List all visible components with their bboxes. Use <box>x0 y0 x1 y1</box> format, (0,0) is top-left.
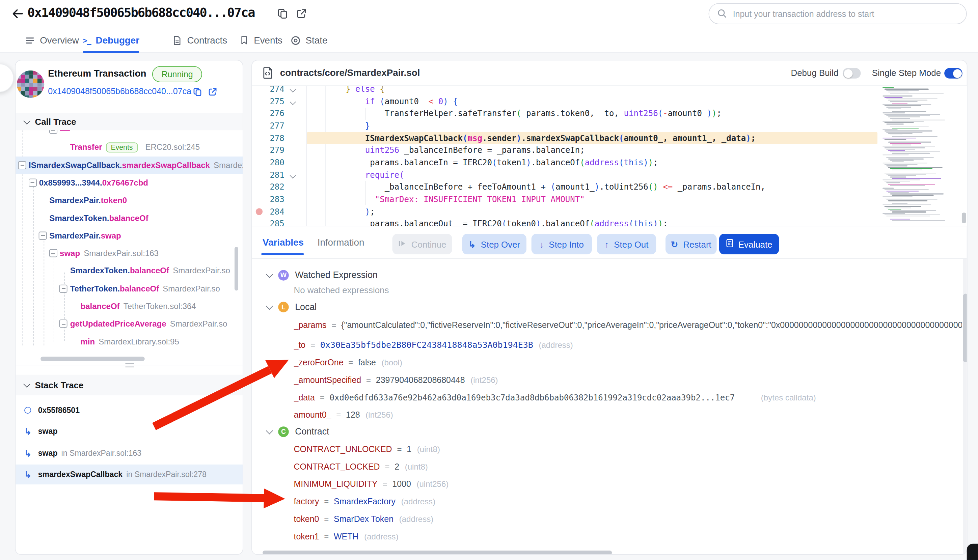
fold-chevron-icon[interactable] <box>290 99 296 105</box>
collapse-expander-icon[interactable] <box>28 178 37 187</box>
single-step-mode-toggle[interactable] <box>944 68 963 78</box>
section-title: Call Trace <box>35 117 76 127</box>
tab-variables[interactable]: Variables <box>262 237 304 247</box>
line-number[interactable]: 283 <box>254 193 284 205</box>
variables-section-w[interactable]: WWatched Expression <box>267 267 378 283</box>
stack-trace-header[interactable]: Stack Trace <box>15 375 243 395</box>
call-trace-row[interactable]: SmardexPair.swap <box>15 227 243 244</box>
line-number[interactable]: 279 <box>254 144 284 157</box>
line-number[interactable]: 281 <box>254 169 284 181</box>
line-number[interactable]: 276 <box>254 108 284 120</box>
line-number[interactable]: 277 <box>254 120 284 132</box>
vertical-scrollbar-thumb[interactable] <box>963 294 968 362</box>
resize-handle[interactable] <box>125 364 134 367</box>
stack-frame-row[interactable]: ↳swap <box>15 422 243 441</box>
call-trace-row[interactable]: SmardexToken.balanceOfSmardexPair.so <box>15 262 243 280</box>
tab-information[interactable]: Information <box>317 237 364 247</box>
code-scrollbar-thumb[interactable] <box>962 213 966 223</box>
call-trace-row[interactable]: 0x859993...3944.0x76467cbd <box>15 174 243 191</box>
button-label: Restart <box>683 239 711 249</box>
variable-name: token1 <box>294 532 319 541</box>
variables-section-contract[interactable]: CContract <box>267 423 329 440</box>
stack-frame-row[interactable]: ↳swapin SmardexPair.sol:163 <box>15 443 243 463</box>
step-out-button[interactable]: ↑Step Out <box>597 234 656 254</box>
fold-chevron-icon[interactable] <box>290 172 296 178</box>
variable-value: SmarDex Token <box>334 514 394 523</box>
call-trace-row[interactable]: SmardexPair.token0 <box>15 192 243 209</box>
search-box[interactable] <box>709 3 967 24</box>
collapse-expander-icon[interactable] <box>59 320 67 328</box>
collapse-expander-icon[interactable] <box>39 232 47 240</box>
horizontal-scrollbar-thumb[interactable] <box>40 357 145 361</box>
fold-chevron-icon[interactable] <box>290 87 296 92</box>
copy-icon[interactable] <box>193 87 202 97</box>
call-trace-row[interactable]: balanceOfTetherToken.sol:364 <box>15 298 243 315</box>
equals-sign: = <box>324 514 329 523</box>
external-link-icon[interactable] <box>295 8 307 19</box>
step-over-button[interactable]: ↳Step Over <box>462 234 526 254</box>
equals-sign: = <box>320 392 325 402</box>
call-trace-tree: TransferEventsERC20.sol:245ISmardexSwapC… <box>15 130 243 356</box>
variable-value: {"amountCalculated":0,"fictiveReserveIn"… <box>341 320 962 330</box>
step-into-button[interactable]: ↓Step Into <box>532 234 592 254</box>
line-number[interactable]: 275 <box>254 95 284 107</box>
copy-icon[interactable] <box>277 8 288 19</box>
variable-type: (uint8) <box>405 462 428 471</box>
evaluate-button[interactable]: Evaluate <box>719 234 779 254</box>
code-text: ISmardexSwapCallback(msg.sender).smardex… <box>345 132 756 144</box>
call-trace-row[interactable]: minSmardexLibrary.sol:95 <box>15 333 243 350</box>
tab-events[interactable]: Events <box>240 28 282 52</box>
stack-frame-row[interactable]: ↳smardexSwapCallbackin SmardexPair.sol:2… <box>15 465 243 485</box>
collapse-expander-icon[interactable] <box>59 284 67 292</box>
corner-widget[interactable] <box>967 544 978 560</box>
call-trace-row[interactable]: SmardexToken.balanceOf <box>15 209 243 227</box>
floating-widget[interactable] <box>0 64 14 92</box>
section-badge: C <box>278 426 289 437</box>
equals-sign: = <box>310 340 315 350</box>
tab-debugger[interactable]: >_Debugger <box>83 28 139 52</box>
code-line: 280 _params.balanceIn = IERC20(token1).b… <box>252 157 878 169</box>
restart-button[interactable]: ↻Restart <box>666 234 717 254</box>
line-number[interactable]: 282 <box>254 181 284 193</box>
tab-overview[interactable]: Overview <box>25 28 79 52</box>
line-number[interactable]: 280 <box>254 157 284 169</box>
section-title: Stack Trace <box>35 380 83 390</box>
call-trace-row[interactable]: getUpdatedPriceAverageSmardexPair.so <box>15 315 243 333</box>
chevron-down-icon <box>23 380 30 388</box>
code-text: } <box>345 120 370 132</box>
tab-state[interactable]: State <box>290 28 327 52</box>
status-badge: Running <box>152 66 202 82</box>
collapse-expander-icon[interactable] <box>49 130 57 133</box>
debug-build-toggle[interactable] <box>843 68 861 78</box>
code-minimap[interactable] <box>878 86 960 226</box>
call-trace-header[interactable]: Call Trace <box>15 113 243 130</box>
horizontal-scrollbar-thumb[interactable] <box>262 550 612 555</box>
code-line: 274} else { <box>252 86 878 95</box>
line-number[interactable]: 285 <box>254 218 284 226</box>
code-panel: contracts/core/SmardexPair.sol Debug Bui… <box>251 60 968 555</box>
call-trace-row[interactable]: TransferEventsERC20.sol:245 <box>15 138 243 156</box>
line-number[interactable]: 278 <box>254 132 284 144</box>
tab-contracts[interactable]: Contracts <box>172 28 227 52</box>
stack-frame-row[interactable]: 0x55f86501 <box>15 400 243 420</box>
button-label: Evaluate <box>738 239 773 249</box>
collapse-expander-icon[interactable] <box>49 249 57 257</box>
collapse-expander-icon[interactable] <box>18 161 26 169</box>
call-trace-text: balanceOfTetherToken.sol:364 <box>80 302 196 311</box>
call-trace-row[interactable]: swapSmardexPair.sol:163 <box>15 245 243 262</box>
search-input[interactable] <box>733 9 958 18</box>
call-trace-row[interactable]: TetherToken.balanceOfSmardexPair.so <box>15 280 243 297</box>
variable-row-CONTRACT_UNLOCKED: CONTRACT_UNLOCKED=1(uint8) <box>294 442 962 457</box>
variables-section-local[interactable]: LLocal <box>267 298 317 315</box>
breakpoint-icon[interactable] <box>256 208 262 215</box>
variable-row-_params[interactable]: _params={"amountCalculated":0,"fictiveRe… <box>294 317 962 332</box>
line-number[interactable]: 274 <box>254 86 284 95</box>
transaction-address-link[interactable]: 0x1409048f50065b6b688cc040...07ca <box>48 87 191 96</box>
variable-type: (uint256) <box>416 479 449 488</box>
back-arrow-icon[interactable] <box>10 7 24 21</box>
call-trace-row[interactable] <box>15 130 243 138</box>
external-link-icon[interactable] <box>207 87 217 97</box>
vertical-scrollbar-thumb[interactable] <box>235 247 238 290</box>
call-trace-row[interactable]: ISmardexSwapCallback.smardexSwapCallback… <box>15 156 243 174</box>
call-trace-text: 0x859993...3944.0x76467cbd <box>39 178 148 187</box>
